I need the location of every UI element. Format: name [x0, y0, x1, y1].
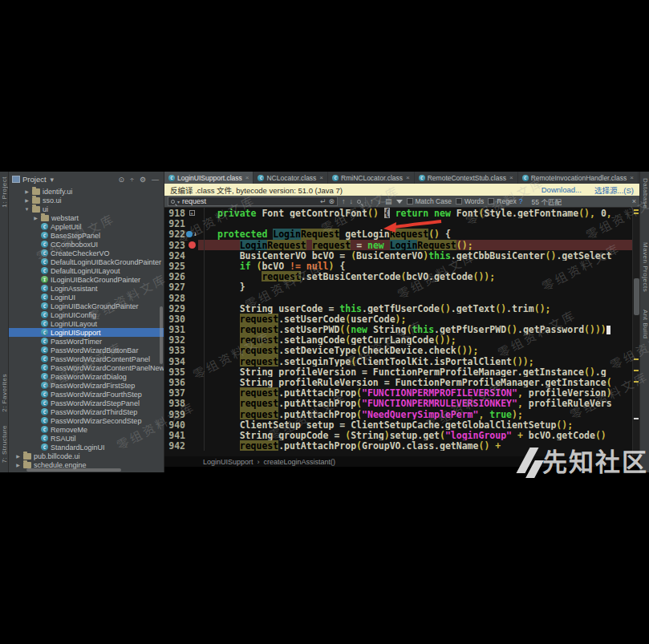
- close-tab-icon[interactable]: ×: [406, 174, 410, 181]
- close-tab-icon[interactable]: ×: [319, 174, 323, 181]
- collapse-all-icon[interactable]: ÷: [128, 176, 136, 184]
- expand-arrow-icon[interactable]: ▶: [15, 453, 21, 459]
- code-line[interactable]: 932 request.setLangCode(getCurrLangCode(…: [164, 334, 632, 345]
- remove-occurrence-icon[interactable]: ↓: [378, 197, 382, 205]
- override-method-icon[interactable]: [186, 231, 193, 237]
- tree-item-BaseStepPanel[interactable]: CBaseStepPanel: [9, 231, 164, 240]
- tree-item-ui[interactable]: ▼ui: [9, 205, 164, 213]
- expand-arrow-icon[interactable]: ▼: [24, 207, 30, 212]
- match-case-checkbox[interactable]: Match Case: [407, 197, 452, 205]
- enter-icon[interactable]: ↵: [320, 197, 327, 205]
- tool-button-favorites[interactable]: 2: Favorites: [1, 374, 8, 412]
- tree-item-AppletUtil[interactable]: CAppletUtil: [9, 222, 164, 231]
- find-all-icon[interactable]: [357, 200, 361, 204]
- code-line[interactable]: 929 String userCode = this.getTfUserCode…: [164, 303, 632, 314]
- editor-tab[interactable]: CLoginUISupport.class×: [164, 172, 254, 184]
- code-line[interactable]: 941 String groupCode = (String)setup.get…: [164, 430, 632, 440]
- tree-item-DefaultLoginUIBackGroundPainter[interactable]: CDefaultLoginUIBackGroundPainter: [9, 257, 164, 266]
- tree-item-LoginUILayout[interactable]: CLoginUILayout: [9, 319, 164, 328]
- editor-scrollbar-thumb[interactable]: [634, 278, 639, 315]
- code-line[interactable]: 930 request.setUserCode(userCode);: [164, 314, 632, 324]
- code-line[interactable]: 918+private Font getControlFont() { retu…: [164, 208, 632, 218]
- breakpoint-icon[interactable]: [189, 241, 196, 249]
- previous-match-icon[interactable]: ↑: [342, 197, 346, 205]
- tree-item-StandardLoginUI[interactable]: CStandardLoginUI: [9, 443, 164, 452]
- tree-item-pub.billcode.ui[interactable]: ▶pub.billcode.ui: [9, 452, 164, 460]
- tree-item-PassWordWizardDialog[interactable]: CPassWordWizardDialog: [9, 372, 164, 381]
- tree-item-ILoginUIBackGroundPainter[interactable]: IILoginUIBackGroundPainter: [9, 275, 164, 284]
- close-tab-icon[interactable]: ×: [630, 174, 634, 181]
- tool-button-structure[interactable]: 7: Structure: [1, 425, 8, 463]
- tree-item-PassWordWizardButtonBar[interactable]: CPassWordWizardButtonBar: [9, 346, 164, 354]
- tree-item-PassWordWizardFourthStep[interactable]: CPassWordWizardFourthStep: [9, 390, 164, 399]
- download-link[interactable]: Download...: [542, 185, 582, 194]
- regex-help-icon[interactable]: ?: [519, 197, 523, 205]
- tree-item-PassWordWizardContentPanel[interactable]: CPassWordWizardContentPanel: [9, 354, 164, 363]
- hide-panel-icon[interactable]: —: [150, 176, 160, 184]
- tree-item-PassWordWizardFirstStep[interactable]: CPassWordWizardFirstStep: [9, 381, 164, 390]
- close-search-icon[interactable]: ×: [632, 197, 636, 205]
- editor-tab[interactable]: CRemoteContextStub.class×: [415, 172, 518, 184]
- tree-item-DefaultLoginUILayout[interactable]: CDefaultLoginUILayout: [9, 266, 164, 275]
- search-input[interactable]: ▾ request ↵ ⊗: [168, 196, 338, 206]
- regex-checkbox[interactable]: Regex ?: [488, 197, 522, 205]
- tree-item-PassWordWizardContentPanelNew[interactable]: CPassWordWizardContentPanelNew: [9, 363, 164, 372]
- clear-search-icon[interactable]: ⊗: [328, 197, 335, 205]
- gear-icon[interactable]: ⚙: [138, 176, 148, 184]
- code-line[interactable]: 928: [164, 293, 632, 303]
- tree-item-CreateCheckerVO[interactable]: CCreateCheckerVO: [9, 249, 164, 257]
- project-dropdown-icon[interactable]: ▾: [49, 176, 56, 184]
- tree-horizontal-scrollbar[interactable]: [26, 468, 121, 472]
- tree-item-PassWordTimer[interactable]: CPassWordTimer: [9, 337, 164, 346]
- editor-tab[interactable]: CRemoteInvocationHandler.class×: [518, 172, 639, 184]
- expand-arrow-icon[interactable]: ▶: [33, 215, 39, 221]
- code-line[interactable]: 926 request.setBusiCenterCode(bcVO.getCo…: [164, 271, 632, 281]
- tree-vertical-scrollbar[interactable]: [160, 306, 163, 364]
- editor-tab[interactable]: CNCLocator.class×: [254, 172, 328, 184]
- search-history-icon[interactable]: ▾: [177, 199, 180, 205]
- tree-item-RemoveMe[interactable]: CRemoveMe: [9, 425, 164, 434]
- code-line[interactable]: 939 request.putAttachProp("NeedQuerySimp…: [164, 409, 632, 419]
- code-line[interactable]: 940 ClientSetup setup = ClientSetupCache…: [164, 419, 632, 430]
- tree-item-LoginUISupport[interactable]: CLoginUISupport: [9, 328, 164, 337]
- close-tab-icon[interactable]: ×: [509, 174, 513, 181]
- locate-icon[interactable]: ⊙: [116, 176, 126, 184]
- search-query[interactable]: request: [182, 197, 318, 205]
- next-match-icon[interactable]: ↓: [350, 197, 354, 205]
- expand-arrow-icon[interactable]: ▶: [15, 462, 21, 468]
- code-editor[interactable]: 918+private Font getControlFont() { retu…: [164, 208, 639, 456]
- tree-item-LoginUIBackGroundPainter[interactable]: CLoginUIBackGroundPainter: [9, 302, 164, 310]
- add-occurrence-icon[interactable]: ↑: [370, 197, 374, 205]
- breadcrumb-method[interactable]: createLoginAssistant(): [264, 458, 336, 466]
- tree-item-PassWordWizarSecondStep[interactable]: CPassWordWizarSecondStep: [9, 416, 164, 425]
- tree-item-webstart[interactable]: ▶webstart: [9, 213, 164, 222]
- code-lines[interactable]: 918+private Font getControlFont() { retu…: [164, 208, 632, 456]
- close-tab-icon[interactable]: ×: [245, 174, 249, 181]
- code-line[interactable]: 934 request.setLoginType(ClientToolKit.i…: [164, 356, 632, 367]
- code-line[interactable]: 938 request.putAttachProp("FUNCTIONPERMR…: [164, 398, 632, 408]
- code-line[interactable]: 922↓protected LoginRequest getLoginReque…: [164, 229, 632, 239]
- tree-item-identify.ui[interactable]: ▶identify.ui: [9, 187, 164, 196]
- code-line[interactable]: 925 if (bcVO != null) {: [164, 261, 632, 271]
- editor-tab[interactable]: CRmiNCLocator.class×: [328, 172, 415, 184]
- tree-item-PassWordWizardStepPanel[interactable]: CPassWordWizardStepPanel: [9, 399, 164, 407]
- select-all-occurrences-icon[interactable]: ▤: [385, 197, 392, 205]
- choose-source-link[interactable]: 选择源...(S): [594, 184, 634, 196]
- tree-item-RSAUtil[interactable]: CRSAUtil: [9, 434, 164, 443]
- error-stripe[interactable]: [632, 208, 639, 456]
- tree-item-PassWordWizardThirdStep[interactable]: CPassWordWizardThirdStep: [9, 407, 164, 416]
- code-line[interactable]: 933 request.setDeviceType(CheckDevice.ch…: [164, 345, 632, 355]
- breadcrumb-class[interactable]: LoginUISupport: [203, 458, 254, 466]
- expand-arrow-icon[interactable]: ▶: [24, 197, 30, 203]
- tool-button-project[interactable]: 1: Project: [1, 176, 8, 208]
- tool-button-database[interactable]: Database: [642, 178, 649, 209]
- tree-item-CComboboxUI[interactable]: CCComboboxUI: [9, 240, 164, 249]
- tool-button-ant[interactable]: Ant Build: [642, 310, 649, 339]
- tool-button-maven[interactable]: Maven Projects: [642, 242, 649, 292]
- code-line[interactable]: 937 request.putAttachProp("FUNCTIONPERMP…: [164, 387, 632, 398]
- fold-icon[interactable]: +: [189, 210, 195, 216]
- code-line[interactable]: 931 request.setUserPWD((new String(this.…: [164, 324, 632, 334]
- expand-arrow-icon[interactable]: ▶: [24, 188, 30, 194]
- code-line[interactable]: 935 String profileVersion = FunctionPerm…: [164, 367, 632, 377]
- tree-item-LoginUI[interactable]: CLoginUI: [9, 293, 164, 302]
